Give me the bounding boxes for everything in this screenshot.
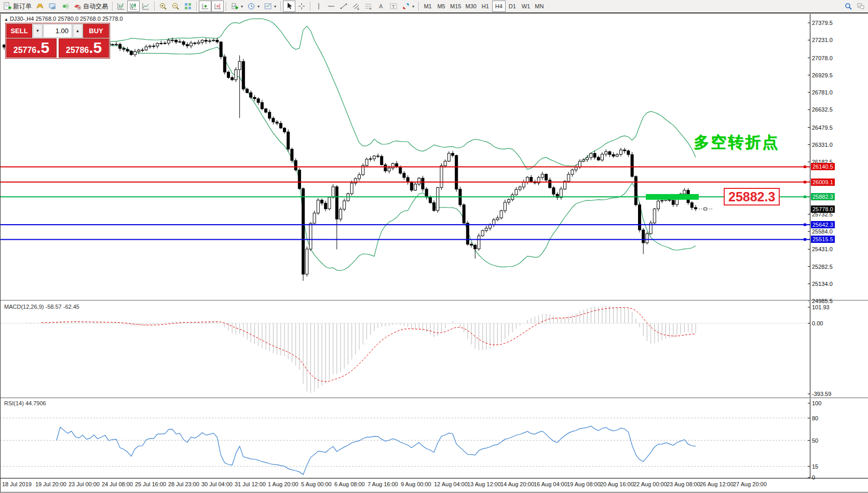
timeframe-button-mn[interactable]: MN bbox=[533, 1, 546, 12]
arrows-tool-button[interactable]: ▾ bbox=[400, 1, 416, 12]
time-axis-label: 28 Jul 23:00 bbox=[168, 481, 199, 487]
current-price-axis-label: 25778.0 bbox=[811, 206, 835, 213]
time-axis-label: 20 Aug 16:00 bbox=[600, 481, 634, 487]
zoom-in-button[interactable] bbox=[157, 1, 169, 12]
time-axis-label: 19 Aug 08:00 bbox=[567, 481, 601, 487]
volume-input[interactable] bbox=[43, 24, 72, 38]
volume-down-button[interactable]: ▼ bbox=[33, 24, 43, 38]
metaeditor-icon bbox=[36, 2, 44, 10]
time-axis-label: 1 Aug 20:00 bbox=[268, 481, 299, 487]
timeframe-button-w1[interactable]: W1 bbox=[519, 1, 533, 12]
new-order-button[interactable]: 新订单 bbox=[1, 1, 34, 12]
candlestick-chart-button[interactable] bbox=[127, 1, 140, 12]
price-tick-label: 26781.0 bbox=[812, 89, 833, 96]
new-order-icon bbox=[3, 2, 11, 10]
add-indicator-icon bbox=[230, 2, 239, 10]
templates-button[interactable]: ▾ bbox=[262, 1, 278, 12]
highlight-rectangle-object[interactable] bbox=[646, 194, 699, 200]
price-line-axis-label: 26009.1 bbox=[811, 179, 835, 186]
add-indicator-button[interactable]: ▾ bbox=[228, 1, 245, 12]
tile-windows-button[interactable] bbox=[182, 1, 194, 12]
line-handle[interactable] bbox=[804, 181, 806, 183]
line-handle[interactable] bbox=[804, 238, 806, 241]
macd-axis-label: 101.93 bbox=[812, 304, 830, 311]
autotrading-button[interactable]: 自动交易 bbox=[71, 1, 110, 12]
cursor-tool-button[interactable] bbox=[283, 1, 295, 12]
shift-chart-button[interactable] bbox=[211, 1, 224, 12]
buy-price-button[interactable]: 25786.5 bbox=[59, 38, 109, 58]
chart-header: ▲DJ30-,H4 25768.0 25780.0 25768.0 25778.… bbox=[4, 16, 123, 22]
trendline-tool-button[interactable] bbox=[337, 1, 350, 12]
line-handle[interactable] bbox=[804, 196, 806, 198]
auto-scroll-button[interactable] bbox=[199, 1, 211, 12]
svg-text:F: F bbox=[370, 7, 372, 10]
rsi-axis-label: 15 bbox=[812, 463, 818, 470]
crosshair-tool-button[interactable] bbox=[295, 1, 308, 12]
timeframe-button-m5[interactable]: M5 bbox=[435, 1, 448, 12]
time-axis-label: 23 Jul 00:00 bbox=[69, 481, 100, 487]
turning-point-annotation[interactable]: 多空转折点 bbox=[694, 132, 779, 153]
timeframe-button-m15[interactable]: M15 bbox=[448, 1, 463, 12]
text-tool-button[interactable]: A bbox=[375, 1, 387, 12]
timeframe-button-h1[interactable]: H1 bbox=[479, 1, 492, 12]
text-label-icon: T bbox=[389, 2, 398, 10]
price-tick-label: 26632.5 bbox=[812, 106, 833, 113]
search-button[interactable] bbox=[842, 1, 855, 12]
auto-scroll-icon bbox=[201, 2, 209, 10]
fibonacci-tool-button[interactable]: F bbox=[362, 1, 375, 12]
svg-text:E: E bbox=[357, 7, 359, 10]
price-tick-label: 25282.5 bbox=[812, 263, 833, 270]
timeframe-button-h4[interactable]: H4 bbox=[492, 1, 506, 12]
signals-icon bbox=[61, 2, 69, 10]
svg-text:A: A bbox=[379, 3, 383, 9]
zoom-in-icon bbox=[159, 2, 167, 10]
line-handle[interactable] bbox=[804, 166, 806, 168]
vertical-line-tool-button[interactable] bbox=[313, 1, 325, 12]
dropdown-caret: ▾ bbox=[257, 4, 260, 9]
chat-button[interactable] bbox=[855, 1, 867, 12]
text-label-tool-button[interactable]: T bbox=[387, 1, 400, 12]
sell-price-main: 25776 bbox=[13, 46, 37, 55]
timeframe-button-m30[interactable]: M30 bbox=[463, 1, 478, 12]
shift-chart-icon bbox=[213, 2, 222, 10]
horizontal-line-tool-button[interactable] bbox=[325, 1, 337, 12]
time-axis-label: 12 Aug 04:00 bbox=[434, 481, 468, 487]
timeframe-button-m1[interactable]: M1 bbox=[421, 1, 435, 12]
time-axis-label: 23 Aug 08:00 bbox=[667, 481, 700, 487]
chart-canvas[interactable] bbox=[0, 0, 868, 493]
volume-up-button[interactable]: ▲ bbox=[73, 24, 83, 38]
time-axis-label: 9 Aug 00:00 bbox=[401, 481, 431, 487]
metaeditor-button[interactable] bbox=[34, 1, 46, 12]
time-axis-label: 16 Aug 04:00 bbox=[534, 481, 567, 487]
dropdown-caret: ▾ bbox=[274, 4, 276, 9]
line-handle[interactable] bbox=[804, 223, 806, 226]
time-axis-label: 26 Aug 12:00 bbox=[700, 481, 734, 487]
equidistant-channel-icon: E bbox=[352, 2, 360, 10]
price-tick-label: 25431.0 bbox=[812, 245, 833, 253]
buy-button[interactable]: BUY bbox=[83, 24, 109, 38]
zoom-out-button[interactable] bbox=[169, 1, 182, 12]
arrows-icon bbox=[402, 2, 410, 10]
time-axis-label: 31 Jul 12:00 bbox=[235, 481, 266, 487]
crosshair-icon bbox=[297, 2, 306, 10]
buy-price-frac: .5 bbox=[89, 39, 102, 57]
timeframe-button-d1[interactable]: D1 bbox=[506, 1, 519, 12]
price-line-axis-label: 25642.3 bbox=[811, 221, 835, 228]
bar-chart-button[interactable] bbox=[115, 1, 127, 12]
price-line-axis-label: 25882.3 bbox=[811, 193, 835, 200]
periods-button[interactable]: ▾ bbox=[245, 1, 262, 12]
svg-text:T: T bbox=[392, 4, 395, 9]
price-callout-label[interactable]: 25882.3 bbox=[724, 188, 780, 206]
cursor-icon bbox=[285, 2, 293, 10]
sell-button[interactable]: SELL bbox=[6, 24, 32, 38]
channel-tool-button[interactable]: E bbox=[350, 1, 362, 12]
signals-button[interactable] bbox=[59, 1, 71, 12]
rsi-axis-label: 80 bbox=[812, 415, 818, 422]
market-watch-button[interactable] bbox=[46, 1, 59, 12]
trading-terminal-window: 新订单 自动交易 ▾ ▾ bbox=[0, 0, 868, 493]
sell-price-button[interactable]: 25776.5 bbox=[6, 38, 57, 58]
price-line-axis-label: 26140.5 bbox=[811, 163, 835, 170]
line-chart-button[interactable] bbox=[140, 1, 152, 12]
periods-clock-icon bbox=[247, 2, 255, 10]
time-axis-label: 7 Aug 16:00 bbox=[368, 481, 398, 487]
